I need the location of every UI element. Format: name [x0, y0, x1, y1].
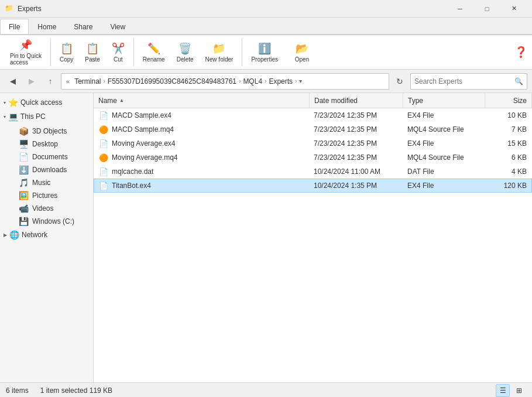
sidebar-item-music[interactable]: 🎵 Music	[0, 176, 93, 189]
desktop-icon: 🖥️	[19, 139, 29, 149]
file-name-cell: 📄 mqlcache.dat	[94, 167, 309, 176]
path-arrow-1: ›	[103, 78, 105, 84]
chevron-quick-access: ▾	[4, 100, 6, 105]
pin-icon: 📌	[19, 39, 32, 52]
new-folder-button[interactable]: 📁 New folder	[200, 39, 239, 66]
sidebar-item-desktop[interactable]: 🖥️ Desktop	[0, 138, 93, 150]
col-header-date[interactable]: Date modified	[310, 93, 403, 108]
close-button[interactable]: ✕	[500, 0, 527, 18]
table-row[interactable]: 🟠 MACD Sample.mq4 7/23/2024 12:35 PM MQL…	[94, 122, 532, 136]
path-arrow-4: ›	[295, 78, 297, 84]
main-layout: ▾ ⭐ Quick access ▾ 💻 This PC 📦 3D Object…	[0, 93, 532, 382]
quick-access-label: Quick access	[20, 98, 62, 107]
file-name-cell: 📄 TitanBot.ex4	[94, 182, 309, 190]
search-icon: 🔍	[514, 77, 523, 85]
back-button[interactable]: ◀	[5, 73, 21, 90]
delete-label: Delete	[177, 56, 194, 63]
copy-label: Copy	[60, 56, 73, 63]
table-row[interactable]: 📄 TitanBot.ex4 10/24/2024 1:35 PM EX4 Fi…	[94, 179, 532, 193]
path-arrow-2: ›	[239, 78, 241, 84]
file-list: 📄 MACD Sample.ex4 7/23/2024 12:35 PM EX4…	[94, 108, 532, 382]
delete-icon: 🗑️	[179, 42, 191, 55]
windowsc-icon: 💾	[19, 217, 29, 226]
tab-share[interactable]: Share	[65, 19, 101, 34]
sidebar-group-quick-access[interactable]: ▾ ⭐ Quick access	[0, 95, 93, 109]
paste-button[interactable]: 📋 Paste	[80, 39, 105, 66]
file-size-cell: 4 KB	[485, 167, 531, 176]
file-type-icon: 🟠	[99, 153, 108, 162]
path-hash[interactable]: F555307D16995039C84625C849483761	[108, 77, 236, 85]
file-type-cell: DAT File	[403, 167, 485, 176]
file-date-cell: 10/24/2024 11:00 AM	[309, 167, 403, 176]
window-title: Experts	[18, 5, 447, 13]
help-icon[interactable]: ❓	[514, 46, 527, 59]
sidebar-item-documents[interactable]: 📄 Documents	[0, 150, 93, 163]
delete-button[interactable]: 🗑️ Delete	[171, 39, 199, 66]
file-type-icon: 📄	[99, 139, 108, 148]
address-bar: ◀ ▶ ↑ « Terminal › F555307D16995039C8462…	[0, 70, 532, 93]
sidebar-group-thispc[interactable]: ▾ 💻 This PC	[0, 109, 93, 124]
properties-label: Properties	[251, 56, 278, 63]
table-row[interactable]: 📄 mqlcache.dat 10/24/2024 11:00 AM DAT F…	[94, 165, 532, 179]
ribbon: File Home Share View	[0, 18, 532, 35]
col-header-name[interactable]: Name ▲	[94, 93, 310, 108]
ribbon-content: 📌 Pin to Quickaccess 📋 Copy 📋 Paste ✂️ C…	[0, 35, 532, 70]
table-row[interactable]: 🟠 Moving Average.mq4 7/23/2024 12:35 PM …	[94, 150, 532, 165]
path-mql4[interactable]: MQL4	[243, 77, 262, 85]
copy-button[interactable]: 📋 Copy	[54, 39, 78, 66]
search-input[interactable]	[414, 77, 512, 85]
ribbon-separator-2	[133, 38, 134, 66]
sidebar-group-network[interactable]: ▶ 🌐 Network	[0, 228, 93, 242]
file-type-cell: EX4 File	[403, 139, 485, 148]
quick-access-icon: ⭐	[8, 98, 18, 107]
new-folder-icon: 📁	[212, 42, 225, 55]
rename-button[interactable]: ✏️ Rename	[138, 39, 170, 66]
path-dropdown-btn[interactable]: ▾	[299, 78, 302, 84]
chevron-network: ▶	[4, 232, 7, 238]
sidebar-item-windowsc[interactable]: 💾 Windows (C:)	[0, 215, 93, 228]
open-button[interactable]: 📂 Open	[284, 39, 320, 66]
minimize-button[interactable]: ─	[447, 0, 473, 18]
file-name: MACD Sample.ex4	[112, 111, 171, 119]
table-row[interactable]: 📄 MACD Sample.ex4 7/23/2024 12:35 PM EX4…	[94, 108, 532, 122]
properties-button[interactable]: ℹ️ Properties	[246, 39, 283, 66]
refresh-button[interactable]: ↻	[392, 73, 408, 90]
file-date-cell: 7/23/2024 12:35 PM	[309, 153, 403, 162]
thispc-icon: 💻	[8, 112, 18, 121]
path-experts[interactable]: Experts	[269, 77, 293, 85]
address-path[interactable]: « Terminal › F555307D16995039C84625C8494…	[61, 73, 389, 90]
sidebar-item-pictures[interactable]: 🖼️ Pictures	[0, 189, 93, 202]
cut-button[interactable]: ✂️ Cut	[107, 39, 130, 66]
tab-home[interactable]: Home	[29, 19, 65, 34]
sidebar-item-3dobjects[interactable]: 📦 3D Objects	[0, 125, 93, 138]
open-label: Open	[295, 56, 309, 63]
thispc-section: 📦 3D Objects 🖥️ Desktop 📄 Documents ⬇️ D…	[0, 125, 93, 228]
3dobjects-icon: 📦	[19, 126, 29, 136]
tab-view[interactable]: View	[101, 19, 134, 34]
sidebar-item-downloads[interactable]: ⬇️ Downloads	[0, 163, 93, 176]
new-folder-label: New folder	[205, 56, 234, 63]
up-button[interactable]: ↑	[42, 73, 59, 90]
col-header-type[interactable]: Type	[403, 93, 485, 108]
file-size-cell: 15 KB	[485, 139, 531, 148]
details-view-button[interactable]: ☰	[496, 384, 510, 397]
sidebar-network-label: Network	[22, 231, 47, 239]
network-icon: 🌐	[9, 230, 19, 239]
col-header-size[interactable]: Size	[485, 93, 532, 108]
forward-button[interactable]: ▶	[23, 73, 40, 90]
maximize-button[interactable]: □	[473, 0, 500, 18]
sidebar: ▾ ⭐ Quick access ▾ 💻 This PC 📦 3D Object…	[0, 93, 94, 382]
sidebar-item-videos[interactable]: 📹 Videos	[0, 202, 93, 215]
file-name: Moving Average.ex4	[112, 139, 176, 148]
path-terminal[interactable]: Terminal	[74, 77, 101, 85]
table-row[interactable]: 📄 Moving Average.ex4 7/23/2024 12:35 PM …	[94, 136, 532, 150]
sidebar-pictures-label: Pictures	[32, 191, 57, 200]
sort-arrow-icon: ▲	[119, 98, 124, 103]
pin-button[interactable]: 📌 Pin to Quickaccess	[5, 36, 47, 69]
properties-icon: ℹ️	[258, 42, 271, 55]
sidebar-windowsc-label: Windows (C:)	[32, 217, 74, 225]
file-size-cell: 120 KB	[485, 182, 531, 190]
rename-label: Rename	[143, 56, 165, 63]
large-icons-button[interactable]: ⊞	[512, 384, 526, 397]
tab-file[interactable]: File	[0, 19, 29, 34]
